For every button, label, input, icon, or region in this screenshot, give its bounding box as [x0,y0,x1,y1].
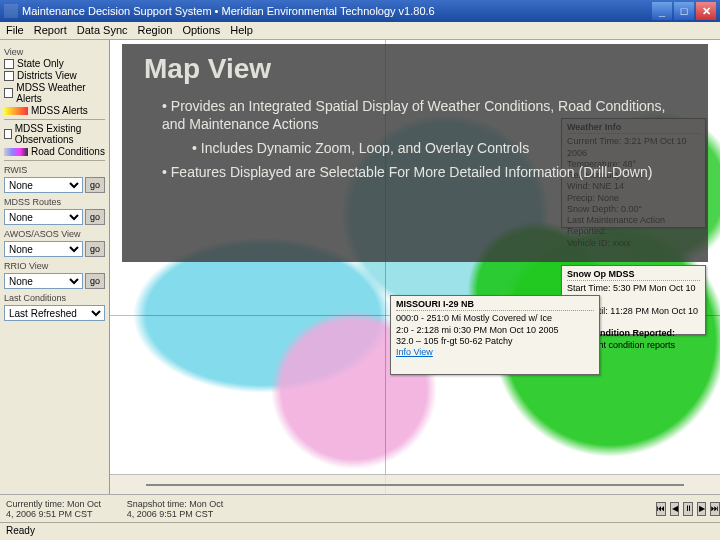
overlay-bullet: • Provides an Integrated Spatial Display… [162,97,686,133]
sidebar-view-label: View [4,47,105,57]
menu-options[interactable]: Options [182,24,220,37]
label-mdss-alerts: MDSS Weather Alerts [16,82,105,104]
menu-region[interactable]: Region [138,24,173,37]
label-districts: Districts View [17,70,77,81]
timeline-track[interactable] [146,484,684,486]
route-line: 32.0 – 105 fr-gt 50-62 Patchy [396,336,594,347]
go-button-rrio[interactable]: go [85,273,105,289]
dropdown-mdss[interactable]: None [4,209,83,225]
label-state-only: State Only [17,58,64,69]
play-prev-button[interactable]: ◀ [670,502,679,516]
timestamp-snapshot: Snapshot time: Mon Oct 4, 2006 9:51 PM C… [127,499,233,519]
window-minimize-button[interactable]: _ [652,2,672,20]
checkbox-mdss-alerts[interactable] [4,88,13,98]
window-maximize-button[interactable]: □ [674,2,694,20]
sidebar-rrio-label: RRIO View [4,261,105,271]
window-titlebar: Maintenance Decision Support System • Me… [0,0,720,22]
play-last-button[interactable]: ⏭ [710,502,720,516]
checkbox-districts[interactable] [4,71,14,81]
route-title: MISSOURI I-29 NB [396,299,594,311]
sidebar-rwis-label: RWIS [4,165,105,175]
snowop-title: Snow Op MDSS [567,269,700,281]
status-left: Ready [6,525,35,538]
swatch-road-cond [4,148,28,156]
dropdown-rrio[interactable]: None [4,273,83,289]
legend-mdss-alerts: MDSS Alerts [31,105,88,116]
window-title: Maintenance Decision Support System • Me… [22,5,652,17]
window-close-button[interactable]: ✕ [696,2,716,20]
swatch-mdss-alerts [4,107,28,115]
loop-timeline[interactable] [110,474,720,494]
app-icon [4,4,18,18]
go-button-asos[interactable]: go [85,241,105,257]
route-info-link[interactable]: Info View [396,347,594,358]
dropdown-rwis[interactable]: None [4,177,83,193]
sidebar-web-label: Last Conditions [4,293,105,303]
menu-datasync[interactable]: Data Sync [77,24,128,37]
legend-road-cond: Road Conditions [31,146,105,157]
left-sidebar: View State Only Districts View MDSS Weat… [0,40,110,540]
dropdown-asos[interactable]: None [4,241,83,257]
play-pause-button[interactable]: ⏸ [683,502,693,516]
map-view[interactable]: Weather Info Current Time: 3:21 PM Oct 1… [110,40,720,540]
overlay-bullet: • Features Displayed are Selectable For … [162,163,686,181]
slide-overlay: Map View • Provides an Integrated Spatia… [122,44,708,262]
label-road-obs: MDSS Existing Observations [15,123,105,145]
route-info-popup[interactable]: MISSOURI I-29 NB 000:0 - 251:0 Mi Mostly… [390,295,600,375]
timestamp-current: Currently time: Mon Oct 4, 2006 9:51 PM … [6,499,111,519]
menu-file[interactable]: File [6,24,24,37]
menu-help[interactable]: Help [230,24,253,37]
play-first-button[interactable]: ⏮ [656,502,666,516]
sidebar-mdss-label: MDSS Routes [4,197,105,207]
checkbox-road-obs[interactable] [4,129,12,139]
sidebar-asos-label: AWOS/ASOS View [4,229,105,239]
go-button-rwis[interactable]: go [85,177,105,193]
route-line: 2:0 - 2:128 mi 0:30 PM Mon Oct 10 2005 [396,325,594,336]
go-button-mdss[interactable]: go [85,209,105,225]
playback-bar: Currently time: Mon Oct 4, 2006 9:51 PM … [0,494,720,522]
menu-report[interactable]: Report [34,24,67,37]
route-line: 000:0 - 251:0 Mi Mostly Covered w/ Ice [396,313,594,324]
play-next-button[interactable]: ▶ [697,502,706,516]
overlay-title: Map View [144,54,686,85]
overlay-bullet: • Includes Dynamic Zoom, Loop, and Overl… [192,139,686,157]
status-bar: Ready [0,522,720,540]
dropdown-last-cond[interactable]: Last Refreshed [4,305,105,321]
menu-bar: File Report Data Sync Region Options Hel… [0,22,720,40]
checkbox-state-only[interactable] [4,59,14,69]
